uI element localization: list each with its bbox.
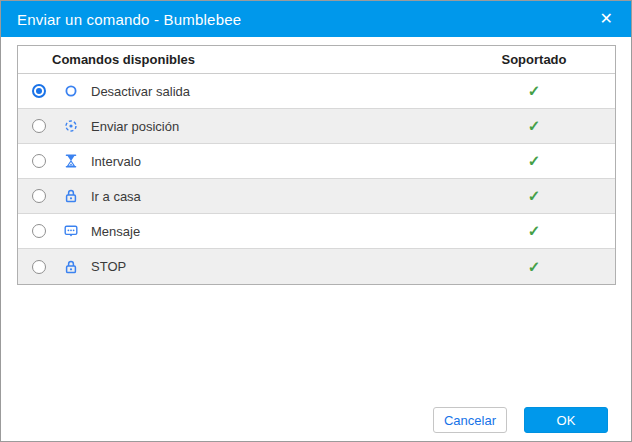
command-label: Desactivar salida	[91, 84, 190, 99]
hourglass-icon	[63, 153, 79, 169]
command-label: Enviar posición	[91, 119, 179, 134]
radio-button[interactable]	[32, 119, 46, 133]
supported-check-icon: ✓	[453, 187, 615, 205]
ok-button[interactable]: OK	[524, 407, 608, 433]
commands-table: Comandos disponibles Soportado Desactiva…	[17, 45, 616, 285]
command-label: Mensaje	[91, 224, 140, 239]
cancel-button[interactable]: Cancelar	[433, 407, 507, 433]
column-header-commands: Comandos disponibles	[18, 52, 453, 67]
command-cell: STOP	[18, 259, 453, 275]
command-label: STOP	[91, 259, 126, 274]
supported-check-icon: ✓	[453, 152, 615, 170]
command-label: Intervalo	[91, 154, 141, 169]
command-cell: Mensaje	[18, 223, 453, 239]
radio-button[interactable]	[32, 224, 46, 238]
supported-check-icon: ✓	[453, 117, 615, 135]
circle-icon	[63, 83, 79, 99]
table-row-stop[interactable]: STOP ✓	[18, 249, 615, 284]
table-row-desactivar-salida[interactable]: Desactivar salida ✓	[18, 74, 615, 109]
radio-button[interactable]	[32, 189, 46, 203]
radio-button[interactable]	[32, 154, 46, 168]
command-cell: Ir a casa	[18, 188, 453, 204]
table-row-enviar-posicion[interactable]: Enviar posición ✓	[18, 109, 615, 144]
supported-check-icon: ✓	[453, 82, 615, 100]
command-cell: Enviar posición	[18, 118, 453, 134]
command-cell: Desactivar salida	[18, 83, 453, 99]
crosshair-icon	[63, 118, 79, 134]
message-icon	[63, 223, 79, 239]
lock-icon	[63, 259, 79, 275]
supported-check-icon: ✓	[453, 258, 615, 276]
dialog-titlebar: Enviar un comando - Bumblebee ✕	[1, 1, 631, 37]
dialog-title: Enviar un comando - Bumblebee	[17, 11, 597, 28]
command-cell: Intervalo	[18, 153, 453, 169]
command-label: Ir a casa	[91, 189, 141, 204]
close-icon[interactable]: ✕	[597, 9, 616, 29]
radio-button-selected[interactable]	[32, 84, 46, 98]
radio-button[interactable]	[32, 260, 46, 274]
table-row-ir-a-casa[interactable]: Ir a casa ✓	[18, 179, 615, 214]
supported-check-icon: ✓	[453, 222, 615, 240]
table-header-row: Comandos disponibles Soportado	[18, 46, 615, 74]
table-row-mensaje[interactable]: Mensaje ✓	[18, 214, 615, 249]
column-header-supported: Soportado	[453, 52, 615, 67]
send-command-dialog: Enviar un comando - Bumblebee ✕ Comandos…	[0, 0, 632, 442]
lock-icon	[63, 188, 79, 204]
table-row-intervalo[interactable]: Intervalo ✓	[18, 144, 615, 179]
